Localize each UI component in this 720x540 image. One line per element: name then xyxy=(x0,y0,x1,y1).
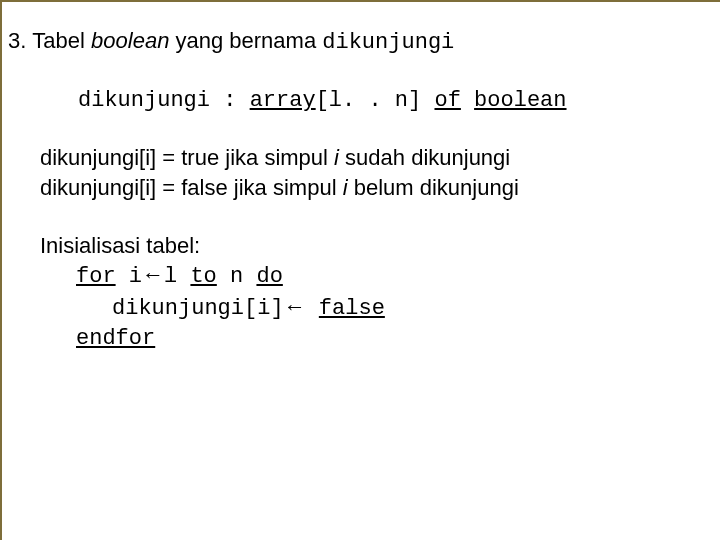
for-line: for i←l to n do xyxy=(76,260,692,292)
line-true-b: sudah dikunjungi xyxy=(339,145,510,170)
endfor-kw: endfor xyxy=(76,326,155,351)
decl-boolean-kw: boolean xyxy=(474,88,566,113)
for-mid-b: l xyxy=(164,264,190,289)
false-kw: false xyxy=(319,296,385,321)
initialization-block: Inisialisasi tabel: for i←l to n do diku… xyxy=(40,231,692,354)
init-label: Inisialisasi tabel: xyxy=(40,231,692,261)
line-true-a: dikunjungi[i] = true jika simpul xyxy=(40,145,334,170)
decl-array-kw: array xyxy=(250,88,316,113)
decl-of-kw: of xyxy=(434,88,460,113)
list-number: 3. xyxy=(8,26,26,56)
assign-lhs: dikunjungi[i] xyxy=(112,296,284,321)
do-kw: do xyxy=(256,264,282,289)
for-mid-c: n xyxy=(217,264,257,289)
decl-lhs: dikunjungi : xyxy=(78,88,250,113)
line-false-a: dikunjungi[i] = false jika simpul xyxy=(40,175,343,200)
heading-boolean-word: boolean xyxy=(91,28,169,53)
endfor-line: endfor xyxy=(76,324,692,354)
assign-line: dikunjungi[i]← false xyxy=(112,292,692,324)
to-kw: to xyxy=(190,264,216,289)
line-true: dikunjungi[i] = true jika simpul i sudah… xyxy=(40,143,692,173)
for-mid-a: i xyxy=(116,264,142,289)
assign-space xyxy=(306,296,319,321)
list-item-3: 3. Tabel boolean yang bernama dikunjungi xyxy=(30,26,692,58)
for-kw: for xyxy=(76,264,116,289)
heading-mid: yang bernama xyxy=(169,28,322,53)
explanation-block: dikunjungi[i] = true jika simpul i sudah… xyxy=(40,143,692,202)
line-false: dikunjungi[i] = false jika simpul i belu… xyxy=(40,173,692,203)
declaration-line: dikunjungi : array[l. . n] of boolean xyxy=(78,86,692,116)
decl-space xyxy=(461,88,474,113)
slide-frame: 3. Tabel boolean yang bernama dikunjungi… xyxy=(0,0,720,540)
line-false-b: belum dikunjungi xyxy=(348,175,519,200)
heading-prefix: Tabel xyxy=(32,28,91,53)
heading-text: Tabel boolean yang bernama dikunjungi xyxy=(32,26,454,58)
assign-arrow-icon: ← xyxy=(284,294,306,319)
for-arrow-icon: ← xyxy=(142,262,164,287)
decl-bracket: [l. . n] xyxy=(316,88,435,113)
slide-content: 3. Tabel boolean yang bernama dikunjungi… xyxy=(2,2,720,382)
heading-identifier: dikunjungi xyxy=(322,30,454,55)
